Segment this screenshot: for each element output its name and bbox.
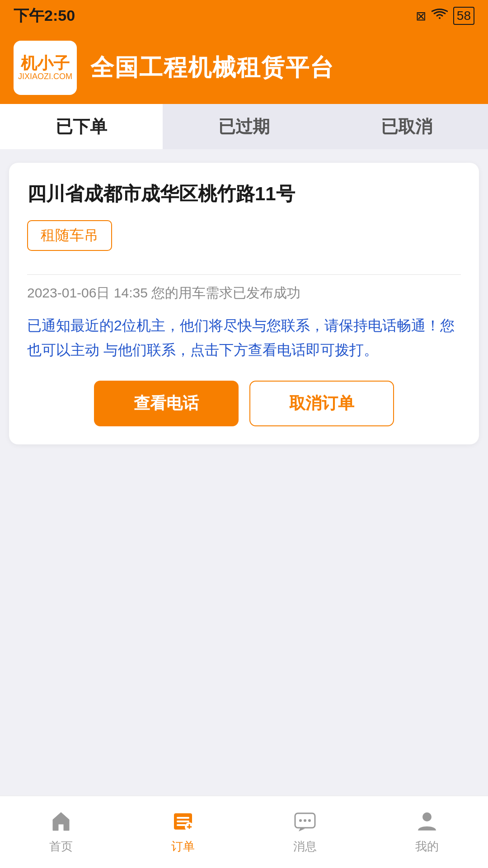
nav-item-home[interactable]: 首页 xyxy=(0,810,122,854)
nav-label-messages: 消息 xyxy=(293,839,317,854)
home-icon xyxy=(49,810,73,835)
view-phone-button[interactable]: 查看电话 xyxy=(94,381,239,426)
order-type-badge: 租随车吊 xyxy=(27,220,112,251)
logo-box: 机小子 JIXIAOZI.COM xyxy=(14,41,77,95)
svg-point-11 xyxy=(422,812,432,821)
profile-icon xyxy=(415,810,439,835)
status-bar: 下午2:50 ⊠ 58 xyxy=(0,0,488,32)
order-address: 四川省成都市成华区桃竹路11号 xyxy=(27,181,461,208)
nav-item-messages[interactable]: 消息 xyxy=(244,810,366,854)
nav-label-home: 首页 xyxy=(49,839,73,854)
main-content: 四川省成都市成华区桃竹路11号 租随车吊 2023-01-06日 14:35 您… xyxy=(0,149,488,796)
tab-bar: 已下单 已过期 已取消 xyxy=(0,104,488,149)
bottom-nav: 首页 订单 消息 xyxy=(0,796,488,868)
tab-expired[interactable]: 已过期 xyxy=(163,104,325,149)
svg-point-8 xyxy=(299,819,302,822)
battery-indicator-icon: ⊠ xyxy=(416,9,426,24)
order-message: 已通知最近的2位机主，他们将尽快与您联系，请保持电话畅通！您也可以主动 与他们联… xyxy=(27,313,461,363)
status-time: 下午2:50 xyxy=(14,5,75,26)
nav-label-profile: 我的 xyxy=(415,839,439,854)
logo-main-text: 机小子 xyxy=(21,54,70,72)
order-timestamp: 2023-01-06日 14:35 您的用车需求已发布成功 xyxy=(27,284,461,302)
status-icons: ⊠ 58 xyxy=(416,7,474,25)
order-card: 四川省成都市成华区桃竹路11号 租随车吊 2023-01-06日 14:35 您… xyxy=(9,163,479,444)
message-icon xyxy=(293,810,317,835)
svg-point-10 xyxy=(308,819,311,822)
orders-icon xyxy=(171,810,195,835)
app-header: 机小子 JIXIAOZI.COM 全国工程机械租赁平台 xyxy=(0,32,488,104)
nav-label-orders: 订单 xyxy=(171,839,195,854)
tab-ordered[interactable]: 已下单 xyxy=(0,104,163,149)
logo-sub-text: JIXIAOZI.COM xyxy=(18,72,72,81)
divider xyxy=(27,274,461,275)
battery-icon: 58 xyxy=(453,7,474,25)
wifi-icon xyxy=(432,8,448,24)
order-actions: 查看电话 取消订单 xyxy=(27,381,461,426)
header-title: 全国工程机械租赁平台 xyxy=(90,52,334,84)
nav-item-profile[interactable]: 我的 xyxy=(366,810,488,854)
svg-point-9 xyxy=(304,819,306,822)
nav-item-orders[interactable]: 订单 xyxy=(122,810,244,854)
tab-cancelled[interactable]: 已取消 xyxy=(325,104,488,149)
cancel-order-button[interactable]: 取消订单 xyxy=(249,381,394,426)
